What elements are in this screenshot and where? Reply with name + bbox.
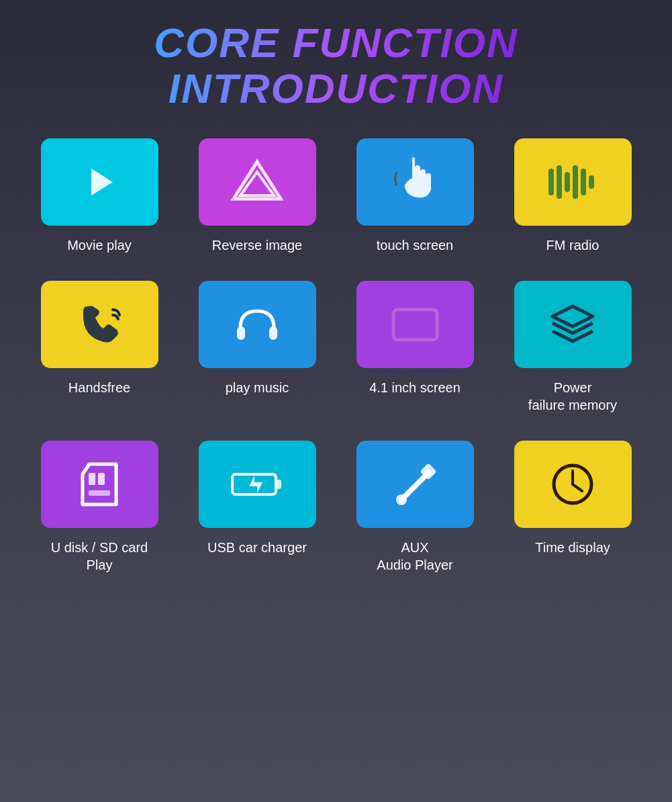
svg-rect-8 xyxy=(589,175,594,189)
feature-touch-screen: touch screen xyxy=(356,138,474,254)
handsfree-label: Handsfree xyxy=(68,379,130,396)
aux-audio-icon-box xyxy=(356,441,474,528)
aux-audio-label: AUX Audio Player xyxy=(377,539,452,574)
play-music-label: play music xyxy=(226,379,289,396)
feature-fm-radio: FM radio xyxy=(514,138,632,254)
svg-marker-12 xyxy=(553,306,593,326)
feature-movie-play: Movie play xyxy=(41,138,158,254)
svg-rect-7 xyxy=(581,169,586,195)
svg-rect-9 xyxy=(237,326,245,340)
movie-play-label: Movie play xyxy=(67,236,132,254)
feature-power-memory: Power failure memory xyxy=(514,281,632,414)
svg-rect-10 xyxy=(269,326,277,340)
reverse-image-icon-box xyxy=(199,138,316,226)
svg-rect-17 xyxy=(276,480,281,489)
feature-handsfree: Handsfree xyxy=(41,281,158,414)
play-music-icon-box xyxy=(199,281,316,368)
svg-rect-13 xyxy=(89,473,95,485)
feature-usb-charger: USB car charger xyxy=(199,441,316,574)
power-memory-label: Power failure memory xyxy=(528,379,617,414)
movie-play-icon-box xyxy=(41,138,158,226)
udisk-sd-icon-box xyxy=(41,441,158,528)
touch-screen-label: touch screen xyxy=(377,236,454,254)
features-grid: Movie play Reverse image touch screen FM… xyxy=(41,138,632,574)
svg-marker-18 xyxy=(249,476,262,493)
screen-size-label: 4.1 inch screen xyxy=(369,379,461,396)
svg-line-24 xyxy=(573,484,582,491)
svg-rect-14 xyxy=(98,473,105,485)
usb-charger-label: USB car charger xyxy=(207,539,307,556)
svg-rect-5 xyxy=(565,172,570,192)
reverse-image-label: Reverse image xyxy=(212,236,303,254)
fm-radio-label: FM radio xyxy=(546,236,599,254)
svg-rect-3 xyxy=(548,169,554,195)
fm-radio-icon-box xyxy=(514,138,632,226)
svg-marker-0 xyxy=(91,169,113,195)
screen-size-icon-box xyxy=(356,281,474,368)
feature-play-music: play music xyxy=(199,281,316,414)
feature-screen-size: 4.1 inch screen xyxy=(356,281,474,414)
svg-rect-6 xyxy=(573,165,578,199)
page-title: CORE FUNCTION INTRODUCTION xyxy=(13,20,659,112)
feature-udisk-sd: U disk / SD card Play xyxy=(41,441,158,574)
svg-rect-15 xyxy=(89,490,110,496)
svg-point-20 xyxy=(396,494,407,505)
time-display-label: Time display xyxy=(535,539,610,556)
svg-marker-2 xyxy=(240,172,274,195)
usb-charger-icon-box xyxy=(199,441,316,528)
feature-reverse-image: Reverse image xyxy=(199,138,316,254)
time-display-icon-box xyxy=(514,441,632,528)
svg-rect-4 xyxy=(557,165,562,199)
power-memory-icon-box xyxy=(514,281,632,368)
udisk-sd-label: U disk / SD card Play xyxy=(51,539,148,574)
feature-time-display: Time display xyxy=(514,441,632,574)
svg-rect-11 xyxy=(393,310,437,340)
handsfree-icon-box xyxy=(41,281,158,368)
touch-screen-icon-box xyxy=(356,138,474,226)
svg-line-19 xyxy=(401,473,428,500)
feature-aux-audio: AUX Audio Player xyxy=(356,441,474,574)
